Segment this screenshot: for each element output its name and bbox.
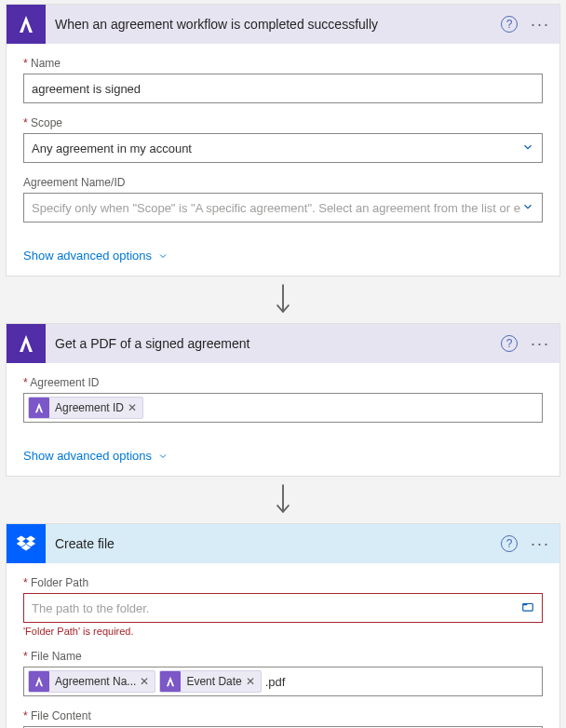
agreement-label: Agreement Name/ID <box>23 176 543 189</box>
name-label: Name <box>23 57 543 70</box>
token-agreement-id[interactable]: Agreement ID ✕ <box>28 397 143 419</box>
trigger-card: When an agreement workflow is completed … <box>6 4 560 276</box>
agreement-id-label: Agreement ID <box>23 376 543 389</box>
scope-select[interactable]: Any agreement in my account <box>23 133 543 163</box>
remove-token-icon[interactable]: ✕ <box>128 401 137 414</box>
show-advanced-link[interactable]: Show advanced options <box>23 449 543 463</box>
chevron-down-icon <box>521 200 534 216</box>
trigger-title: When an agreement workflow is completed … <box>55 17 501 32</box>
file-name-label: File Name <box>23 650 543 663</box>
token-agreement-name[interactable]: Agreement Na... ✕ <box>28 670 155 693</box>
dropbox-icon <box>7 524 46 563</box>
trigger-header[interactable]: When an agreement workflow is completed … <box>7 5 559 44</box>
agreement-select[interactable]: Specify only when "Scope" is "A specific… <box>23 193 543 222</box>
file-name-input[interactable]: Agreement Na... ✕ Event Date ✕ .pdf <box>23 667 543 696</box>
remove-token-icon[interactable]: ✕ <box>140 675 149 688</box>
name-input[interactable]: agreement is signed <box>23 74 543 103</box>
action-get-pdf-card: Get a PDF of a signed agreement ? ··· Ag… <box>6 323 560 477</box>
chevron-down-icon <box>157 451 168 462</box>
flow-arrow-icon <box>0 282 566 317</box>
more-icon[interactable]: ··· <box>531 335 550 352</box>
action-header[interactable]: Get a PDF of a signed agreement ? ··· <box>7 324 559 363</box>
action-title: Create file <box>55 536 501 551</box>
remove-token-icon[interactable]: ✕ <box>246 675 255 688</box>
adobe-sign-icon <box>7 5 46 44</box>
show-advanced-link[interactable]: Show advanced options <box>23 249 543 263</box>
action-header[interactable]: Create file ? ··· <box>7 524 559 563</box>
folder-picker-icon[interactable] <box>521 600 534 616</box>
more-icon[interactable]: ··· <box>531 535 550 552</box>
file-content-label: File Content <box>23 709 543 722</box>
adobe-sign-icon <box>29 398 49 418</box>
adobe-sign-icon <box>7 324 46 363</box>
folder-path-label: Folder Path <box>23 576 543 589</box>
chevron-down-icon <box>157 250 168 262</box>
action-create-file-card: Create file ? ··· Folder Path The path t… <box>6 523 560 728</box>
help-icon[interactable]: ? <box>501 335 518 352</box>
adobe-sign-icon <box>29 671 49 692</box>
scope-label: Scope <box>23 116 543 129</box>
chevron-down-icon <box>521 141 534 156</box>
flow-arrow-icon <box>0 482 566 518</box>
agreement-id-input[interactable]: Agreement ID ✕ <box>23 393 543 423</box>
folder-path-input[interactable]: The path to the folder. <box>23 593 543 623</box>
folder-path-error: 'Folder Path' is required. <box>23 626 543 637</box>
help-icon[interactable]: ? <box>501 535 518 552</box>
help-icon[interactable]: ? <box>501 16 518 33</box>
more-icon[interactable]: ··· <box>531 16 550 33</box>
adobe-sign-icon <box>160 671 181 692</box>
action-title: Get a PDF of a signed agreement <box>55 336 501 351</box>
token-event-date[interactable]: Event Date ✕ <box>159 670 261 693</box>
